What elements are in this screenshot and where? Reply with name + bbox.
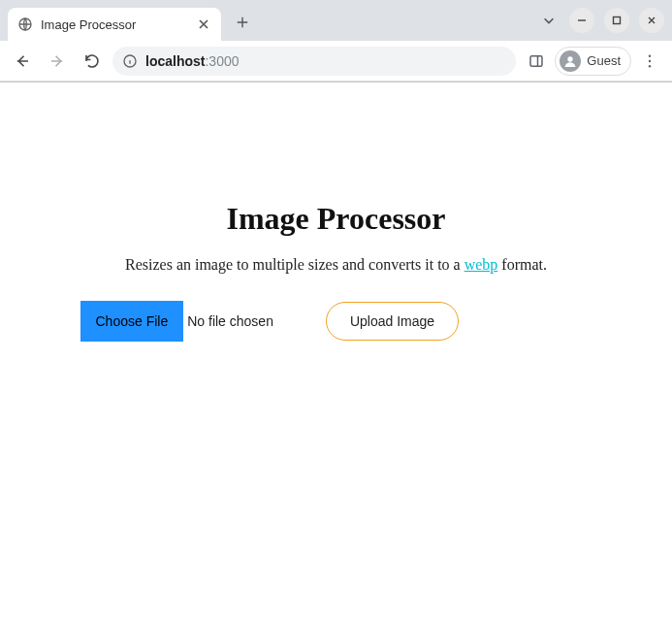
choose-file-button[interactable]: Choose File (80, 301, 184, 342)
page-content: Image Processor Resizes an image to mult… (75, 82, 598, 342)
svg-rect-1 (614, 17, 621, 24)
forward-button[interactable] (43, 47, 72, 76)
window-controls (538, 8, 664, 33)
new-tab-button[interactable] (229, 9, 256, 36)
description-suffix: format. (497, 256, 547, 273)
close-tab-icon[interactable] (196, 16, 211, 32)
side-panel-icon[interactable] (522, 47, 551, 76)
tab-title: Image Processor (41, 17, 188, 32)
webp-link[interactable]: webp (464, 256, 498, 273)
upload-image-button[interactable]: Upload Image (326, 302, 459, 341)
url-host: localhost (145, 53, 205, 69)
maximize-button[interactable] (604, 8, 629, 33)
chevron-down-icon[interactable] (538, 10, 560, 31)
upload-form: Choose File No file chosen Upload Image (75, 301, 598, 342)
address-bar[interactable]: localhost:3000 (112, 47, 516, 76)
reload-button[interactable] (78, 47, 107, 76)
page-viewport: Image Processor Resizes an image to mult… (0, 82, 672, 622)
description-prefix: Resizes an image to multiple sizes and c… (125, 256, 464, 273)
tab-bar: Image Processor (0, 0, 672, 41)
profile-button[interactable]: Guest (555, 47, 631, 76)
kebab-menu-icon[interactable] (635, 47, 664, 76)
svg-rect-3 (530, 55, 542, 66)
url-port: :3000 (205, 53, 239, 69)
browser-chrome: Image Processor (0, 0, 672, 82)
minimize-button[interactable] (569, 8, 594, 33)
url-text: localhost:3000 (145, 53, 240, 69)
globe-icon (17, 16, 33, 32)
svg-point-6 (649, 59, 651, 61)
file-status-text: No file chosen (187, 313, 273, 329)
back-button[interactable] (8, 47, 37, 76)
browser-toolbar: localhost:3000 Guest (0, 41, 672, 82)
avatar-icon (560, 50, 581, 72)
close-window-button[interactable] (639, 8, 664, 33)
page-description: Resizes an image to multiple sizes and c… (75, 256, 598, 274)
toolbar-right: Guest (522, 47, 664, 76)
site-info-icon[interactable] (122, 53, 138, 69)
browser-tab[interactable]: Image Processor (8, 8, 221, 41)
svg-point-7 (649, 65, 651, 67)
page-title: Image Processor (75, 201, 598, 237)
svg-point-4 (568, 56, 573, 61)
svg-point-5 (649, 54, 651, 56)
profile-label: Guest (587, 53, 621, 68)
